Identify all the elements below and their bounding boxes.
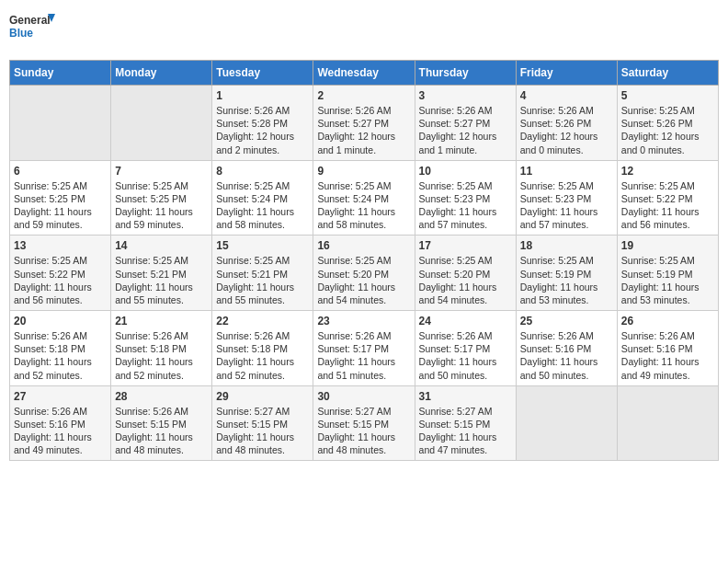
cell-content: Sunrise: 5:25 AM Sunset: 5:19 PM Dayligh…	[520, 254, 613, 306]
day-number: 17	[419, 239, 512, 252]
cell-content: Sunrise: 5:26 AM Sunset: 5:27 PM Dayligh…	[317, 104, 410, 156]
cell-content: Sunrise: 5:26 AM Sunset: 5:27 PM Dayligh…	[419, 104, 512, 156]
calendar-cell: 11Sunrise: 5:25 AM Sunset: 5:23 PM Dayli…	[516, 160, 617, 236]
day-number: 4	[520, 89, 613, 102]
calendar-cell: 12Sunrise: 5:25 AM Sunset: 5:22 PM Dayli…	[617, 160, 718, 236]
day-number: 16	[317, 239, 410, 252]
cell-content: Sunrise: 5:26 AM Sunset: 5:17 PM Dayligh…	[317, 329, 410, 382]
day-header-monday: Monday	[111, 61, 212, 86]
calendar-cell: 31Sunrise: 5:27 AM Sunset: 5:15 PM Dayli…	[415, 385, 516, 461]
cell-content: Sunrise: 5:25 AM Sunset: 5:23 PM Dayligh…	[419, 179, 512, 232]
svg-text:Blue: Blue	[9, 27, 33, 40]
day-number: 31	[419, 390, 512, 403]
calendar-cell: 21Sunrise: 5:26 AM Sunset: 5:18 PM Dayli…	[111, 311, 212, 386]
cell-content: Sunrise: 5:27 AM Sunset: 5:15 PM Dayligh…	[419, 405, 512, 457]
cell-content: Sunrise: 5:27 AM Sunset: 5:15 PM Dayligh…	[317, 405, 410, 457]
day-header-sunday: Sunday	[10, 61, 111, 86]
week-row-2: 13Sunrise: 5:25 AM Sunset: 5:22 PM Dayli…	[10, 236, 719, 311]
calendar-cell: 13Sunrise: 5:25 AM Sunset: 5:22 PM Dayli…	[10, 236, 111, 311]
day-number: 20	[14, 315, 107, 327]
cell-content: Sunrise: 5:26 AM Sunset: 5:16 PM Dayligh…	[14, 405, 107, 457]
cell-content: Sunrise: 5:26 AM Sunset: 5:18 PM Dayligh…	[115, 329, 208, 382]
day-number: 18	[520, 239, 613, 252]
calendar-cell: 9Sunrise: 5:25 AM Sunset: 5:24 PM Daylig…	[313, 160, 415, 236]
calendar-cell: 18Sunrise: 5:25 AM Sunset: 5:19 PM Dayli…	[516, 236, 617, 311]
svg-text:General: General	[9, 14, 51, 27]
cell-content: Sunrise: 5:25 AM Sunset: 5:22 PM Dayligh…	[14, 254, 107, 306]
day-number: 30	[317, 390, 410, 403]
cell-content: Sunrise: 5:25 AM Sunset: 5:20 PM Dayligh…	[317, 254, 410, 306]
day-number: 1	[216, 89, 309, 102]
calendar-cell: 1Sunrise: 5:26 AM Sunset: 5:28 PM Daylig…	[212, 86, 313, 161]
calendar-cell: 27Sunrise: 5:26 AM Sunset: 5:16 PM Dayli…	[10, 385, 111, 461]
calendar-cell: 15Sunrise: 5:25 AM Sunset: 5:21 PM Dayli…	[212, 236, 313, 311]
day-header-friday: Friday	[516, 61, 617, 86]
calendar-cell: 29Sunrise: 5:27 AM Sunset: 5:15 PM Dayli…	[212, 385, 313, 461]
cell-content: Sunrise: 5:25 AM Sunset: 5:21 PM Dayligh…	[115, 254, 208, 306]
day-number: 29	[216, 390, 309, 403]
cell-content: Sunrise: 5:25 AM Sunset: 5:19 PM Dayligh…	[621, 254, 714, 306]
day-number: 15	[216, 239, 309, 252]
day-number: 6	[14, 165, 107, 178]
calendar-cell	[617, 385, 718, 461]
cell-content: Sunrise: 5:25 AM Sunset: 5:24 PM Dayligh…	[216, 179, 309, 232]
cell-content: Sunrise: 5:25 AM Sunset: 5:25 PM Dayligh…	[14, 179, 107, 232]
calendar-cell: 26Sunrise: 5:26 AM Sunset: 5:16 PM Dayli…	[617, 311, 718, 386]
day-number: 7	[115, 165, 208, 178]
week-row-0: 1Sunrise: 5:26 AM Sunset: 5:28 PM Daylig…	[10, 86, 719, 161]
calendar-cell: 10Sunrise: 5:25 AM Sunset: 5:23 PM Dayli…	[415, 160, 516, 236]
calendar-cell: 8Sunrise: 5:25 AM Sunset: 5:24 PM Daylig…	[212, 160, 313, 236]
calendar-cell: 4Sunrise: 5:26 AM Sunset: 5:26 PM Daylig…	[516, 86, 617, 161]
day-header-thursday: Thursday	[415, 61, 516, 86]
day-number: 3	[419, 89, 512, 102]
calendar-cell: 28Sunrise: 5:26 AM Sunset: 5:15 PM Dayli…	[111, 385, 212, 461]
day-number: 21	[115, 315, 208, 327]
cell-content: Sunrise: 5:26 AM Sunset: 5:26 PM Dayligh…	[520, 104, 613, 156]
day-number: 2	[317, 89, 410, 102]
calendar-cell: 2Sunrise: 5:26 AM Sunset: 5:27 PM Daylig…	[313, 86, 415, 161]
week-row-4: 27Sunrise: 5:26 AM Sunset: 5:16 PM Dayli…	[10, 385, 719, 461]
cell-content: Sunrise: 5:25 AM Sunset: 5:23 PM Dayligh…	[520, 179, 613, 232]
week-row-1: 6Sunrise: 5:25 AM Sunset: 5:25 PM Daylig…	[10, 160, 719, 236]
cell-content: Sunrise: 5:25 AM Sunset: 5:25 PM Dayligh…	[115, 179, 208, 232]
calendar-cell	[111, 86, 212, 161]
cell-content: Sunrise: 5:25 AM Sunset: 5:22 PM Dayligh…	[621, 179, 714, 232]
day-number: 23	[317, 315, 410, 327]
cell-content: Sunrise: 5:25 AM Sunset: 5:20 PM Dayligh…	[419, 254, 512, 306]
cell-content: Sunrise: 5:26 AM Sunset: 5:16 PM Dayligh…	[520, 329, 613, 382]
calendar-cell: 6Sunrise: 5:25 AM Sunset: 5:25 PM Daylig…	[10, 160, 111, 236]
cell-content: Sunrise: 5:25 AM Sunset: 5:24 PM Dayligh…	[317, 179, 410, 232]
cell-content: Sunrise: 5:26 AM Sunset: 5:18 PM Dayligh…	[14, 329, 107, 382]
calendar-cell: 25Sunrise: 5:26 AM Sunset: 5:16 PM Dayli…	[516, 311, 617, 386]
calendar-cell: 17Sunrise: 5:25 AM Sunset: 5:20 PM Dayli…	[415, 236, 516, 311]
calendar-cell: 5Sunrise: 5:25 AM Sunset: 5:26 PM Daylig…	[617, 86, 718, 161]
page-header: General Blue	[9, 9, 719, 51]
day-number: 25	[520, 315, 613, 327]
cell-content: Sunrise: 5:25 AM Sunset: 5:26 PM Dayligh…	[621, 104, 714, 156]
day-number: 14	[115, 239, 208, 252]
calendar-cell: 7Sunrise: 5:25 AM Sunset: 5:25 PM Daylig…	[111, 160, 212, 236]
calendar-cell: 16Sunrise: 5:25 AM Sunset: 5:20 PM Dayli…	[313, 236, 415, 311]
day-number: 19	[621, 239, 714, 252]
day-number: 22	[216, 315, 309, 327]
calendar-cell: 14Sunrise: 5:25 AM Sunset: 5:21 PM Dayli…	[111, 236, 212, 311]
day-number: 26	[621, 315, 714, 327]
day-number: 10	[419, 165, 512, 178]
calendar-table: SundayMondayTuesdayWednesdayThursdayFrid…	[9, 60, 719, 461]
calendar-cell	[516, 385, 617, 461]
day-number: 13	[14, 239, 107, 252]
calendar-cell: 24Sunrise: 5:26 AM Sunset: 5:17 PM Dayli…	[415, 311, 516, 386]
calendar-cell: 23Sunrise: 5:26 AM Sunset: 5:17 PM Dayli…	[313, 311, 415, 386]
day-number: 28	[115, 390, 208, 403]
day-header-tuesday: Tuesday	[212, 61, 313, 86]
calendar-cell: 22Sunrise: 5:26 AM Sunset: 5:18 PM Dayli…	[212, 311, 313, 386]
cell-content: Sunrise: 5:26 AM Sunset: 5:17 PM Dayligh…	[419, 329, 512, 382]
day-header-wednesday: Wednesday	[313, 61, 415, 86]
day-number: 24	[419, 315, 512, 327]
calendar-cell: 20Sunrise: 5:26 AM Sunset: 5:18 PM Dayli…	[10, 311, 111, 386]
cell-content: Sunrise: 5:26 AM Sunset: 5:28 PM Dayligh…	[216, 104, 309, 156]
day-number: 27	[14, 390, 107, 403]
calendar-cell: 19Sunrise: 5:25 AM Sunset: 5:19 PM Dayli…	[617, 236, 718, 311]
day-number: 8	[216, 165, 309, 178]
calendar-cell: 30Sunrise: 5:27 AM Sunset: 5:15 PM Dayli…	[313, 385, 415, 461]
